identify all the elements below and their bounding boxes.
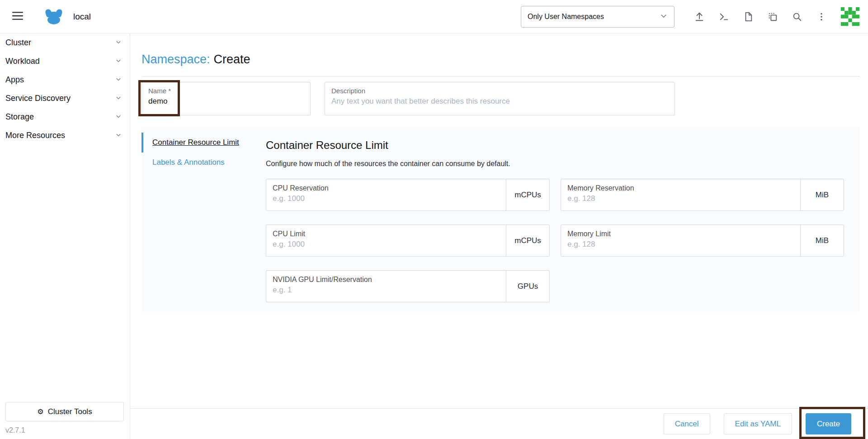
- sidebar-item-storage[interactable]: Storage: [0, 108, 130, 126]
- section-title: Container Resource Limit: [266, 139, 844, 152]
- sidebar-item-workload[interactable]: Workload: [0, 52, 130, 71]
- copy-kubeconfig-icon[interactable]: [767, 11, 778, 23]
- sidebar: Cluster Workload Apps Service Discovery …: [0, 33, 130, 439]
- edit-as-yaml-button[interactable]: Edit as YAML: [724, 413, 792, 434]
- gear-icon: ⚙: [37, 408, 43, 415]
- namespace-filter-select[interactable]: Only User Namespaces: [521, 6, 675, 28]
- title-divider: [142, 76, 860, 76]
- sidebar-item-apps[interactable]: Apps: [0, 71, 130, 89]
- sidebar-item-label: Storage: [5, 112, 34, 122]
- header-right: Only User Namespaces: [521, 6, 861, 28]
- hamburger-icon: [12, 11, 24, 22]
- page-title: Namespace:Create: [142, 52, 860, 67]
- field-label: Memory Reservation: [567, 184, 794, 192]
- kubectl-shell-icon[interactable]: [718, 11, 730, 23]
- actions-bar: Cancel Edit as YAML Create: [131, 408, 868, 439]
- field-main: CPU Reservation: [266, 179, 506, 210]
- tab-label: Labels & Annotations: [152, 158, 225, 167]
- cpu-limit-field[interactable]: CPU Limit mCPUs: [266, 224, 550, 257]
- field-unit-suffix: mCPUs: [506, 179, 549, 210]
- chevron-down-icon: [115, 57, 122, 66]
- namespace-filter-value: Only User Namespaces: [528, 13, 604, 21]
- field-main: CPU Limit: [266, 225, 506, 256]
- chevron-down-icon: [115, 94, 122, 103]
- tab-content: Container Resource Limit Configure how m…: [255, 127, 860, 312]
- field-unit-suffix: GPUs: [506, 271, 549, 302]
- memory-limit-field[interactable]: Memory Limit MiB: [561, 224, 844, 257]
- sidebar-item-label: Service Discovery: [5, 94, 71, 103]
- tab-list: Container Resource Limit Labels & Annota…: [142, 127, 255, 312]
- field-label: CPU Reservation: [273, 184, 500, 192]
- field-unit-suffix: MiB: [800, 179, 844, 210]
- cpu-limit-input[interactable]: [273, 240, 500, 249]
- kubeconfig-file-icon[interactable]: [742, 11, 754, 23]
- field-unit-suffix: mCPUs: [506, 225, 549, 256]
- name-field[interactable]: Name *: [142, 82, 311, 115]
- resource-fields-grid: CPU Reservation mCPUs Memory Reservation…: [266, 179, 844, 302]
- app-header: local Only User Namespaces: [0, 0, 868, 33]
- field-label: Memory Limit: [567, 230, 794, 238]
- import-yaml-icon[interactable]: [693, 11, 705, 23]
- tab-labels-annotations[interactable]: Labels & Annotations: [142, 153, 255, 172]
- header-left: local: [9, 8, 91, 25]
- chevron-down-icon: [115, 38, 122, 48]
- sidebar-item-label: Workload: [5, 57, 40, 66]
- top-fields: Name * Description: [142, 82, 860, 115]
- rancher-logo: [44, 9, 63, 25]
- required-asterisk: *: [168, 87, 171, 95]
- main-menu-button[interactable]: [9, 8, 26, 25]
- search-icon[interactable]: [791, 11, 803, 23]
- tab-container-resource-limit[interactable]: Container Resource Limit: [142, 133, 255, 153]
- main-content: Namespace:Create Name * Description Cont…: [131, 33, 868, 439]
- field-label: CPU Limit: [273, 230, 500, 238]
- field-unit-suffix: MiB: [800, 225, 844, 256]
- chevron-down-icon: [115, 131, 122, 140]
- field-main: NVIDIA GPU Limit/Reservation: [266, 271, 506, 302]
- description-input[interactable]: [331, 97, 668, 106]
- kebab-menu-icon[interactable]: [816, 11, 827, 23]
- memory-reservation-field[interactable]: Memory Reservation MiB: [561, 179, 844, 211]
- version-label: v2.7.1: [5, 426, 25, 434]
- page-title-resource: Namespace:: [142, 52, 210, 66]
- page-title-action: Create: [214, 52, 250, 66]
- memory-limit-input[interactable]: [567, 240, 794, 249]
- cpu-reservation-field[interactable]: CPU Reservation mCPUs: [266, 179, 550, 211]
- chevron-down-icon: [115, 112, 122, 122]
- sidebar-item-service-discovery[interactable]: Service Discovery: [0, 89, 130, 108]
- cluster-tools-label: Cluster Tools: [48, 407, 92, 416]
- cancel-button[interactable]: Cancel: [664, 413, 710, 434]
- cluster-tools-button[interactable]: ⚙ Cluster Tools: [5, 402, 124, 421]
- gpu-limit-field[interactable]: NVIDIA GPU Limit/Reservation GPUs: [266, 270, 550, 302]
- tab-section: Container Resource Limit Labels & Annota…: [142, 127, 860, 312]
- gpu-limit-input[interactable]: [273, 286, 500, 295]
- name-input[interactable]: [148, 97, 304, 106]
- sidebar-item-label: More Resources: [5, 131, 65, 140]
- memory-reservation-input[interactable]: [567, 194, 794, 203]
- sidebar-item-label: Cluster: [5, 38, 31, 48]
- field-label: NVIDIA GPU Limit/Reservation: [273, 276, 500, 284]
- sidebar-item-label: Apps: [5, 75, 24, 85]
- tab-label: Container Resource Limit: [152, 138, 239, 147]
- description-field[interactable]: Description: [325, 82, 675, 115]
- chevron-down-icon: [115, 75, 122, 85]
- create-button[interactable]: Create: [806, 413, 851, 434]
- section-subtitle: Configure how much of the resources the …: [266, 160, 844, 168]
- name-field-label: Name *: [148, 87, 304, 95]
- description-field-label: Description: [331, 87, 668, 95]
- sidebar-item-more-resources[interactable]: More Resources: [0, 126, 130, 145]
- cluster-name: local: [73, 12, 91, 22]
- field-main: Memory Reservation: [561, 179, 800, 210]
- sidebar-item-cluster[interactable]: Cluster: [0, 33, 130, 52]
- chevron-down-icon: [660, 12, 668, 22]
- field-main: Memory Limit: [561, 225, 800, 256]
- user-avatar[interactable]: [840, 6, 861, 27]
- cpu-reservation-input[interactable]: [273, 194, 500, 203]
